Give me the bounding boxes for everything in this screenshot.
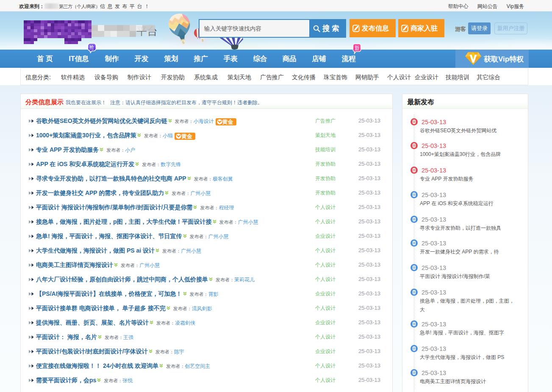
svg-text:5: 5 [202, 39, 204, 42]
svg-text:抢: 抢 [89, 44, 94, 50]
svg-text:新: 新 [354, 45, 360, 51]
